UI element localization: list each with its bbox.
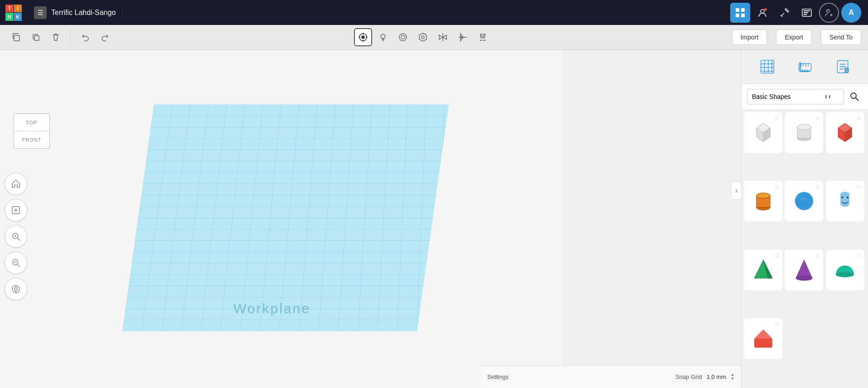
shape-box[interactable]: ☆ (744, 112, 782, 153)
svg-point-40 (15, 288, 17, 290)
flip-tool[interactable] (454, 28, 472, 46)
svg-point-4 (761, 10, 764, 13)
duplicate-button[interactable] (27, 28, 45, 46)
svg-point-105 (851, 93, 856, 98)
svg-line-38 (18, 265, 20, 267)
shape-character[interactable]: ☆ (826, 181, 864, 221)
shapes-grid: ☆ ☆ ☆ ☆ (742, 110, 868, 388)
svg-line-106 (856, 98, 858, 101)
snap-grid-bar: Settings Snap Grid 1.0 mm ▲ ▼ (480, 365, 741, 388)
settings-label: Settings (487, 373, 509, 380)
header-right: A (730, 3, 868, 23)
shape-box-red-star[interactable]: ☆ (856, 114, 862, 122)
svg-point-10 (827, 10, 829, 12)
import-button[interactable]: Import (732, 29, 767, 45)
ruler-panel-button[interactable] (794, 55, 816, 78)
svg-point-21 (399, 34, 407, 41)
svg-point-118 (756, 193, 770, 198)
zoom-fit-button[interactable] (5, 199, 27, 221)
view-mode-button[interactable] (5, 278, 27, 300)
add-user-button[interactable] (819, 3, 839, 23)
hex-tool[interactable] (414, 28, 432, 46)
shape-cylinder-white-star[interactable]: ☆ (815, 114, 821, 122)
svg-point-5 (764, 8, 767, 11)
grid-view-button[interactable] (730, 3, 750, 23)
right-panel: Basic Shapes ⬆⬇ ☆ ☆ (741, 50, 868, 388)
project-title-area: ☰ Terrific Lahdi-Sango (27, 6, 123, 19)
send-to-button[interactable]: Send To (821, 29, 861, 45)
shape-category-dropdown[interactable]: Basic Shapes (747, 89, 844, 104)
svg-rect-1 (741, 8, 745, 12)
search-shapes-button[interactable] (846, 88, 863, 105)
snap-grid-stepper[interactable]: ▲ ▼ (731, 373, 734, 381)
shape-cone-purple-star[interactable]: ☆ (815, 252, 821, 259)
svg-rect-0 (736, 8, 739, 12)
svg-point-119 (795, 192, 813, 210)
toolbar-center-icons (354, 28, 492, 46)
tools-button[interactable] (775, 3, 795, 23)
shape-sphere[interactable]: ☆ (785, 181, 823, 221)
shape-character-star[interactable]: ☆ (856, 183, 862, 190)
shape-selector: Basic Shapes ⬆⬇ (742, 84, 868, 110)
svg-rect-2 (736, 14, 739, 17)
svg-point-112 (797, 124, 811, 130)
logo-k: K (14, 13, 22, 21)
svg-point-22 (401, 35, 405, 39)
canvas-area[interactable]: TOP FRONT (0, 50, 562, 388)
svg-point-15 (362, 36, 364, 39)
shape-halfsphere-teal-star[interactable]: ☆ (856, 252, 862, 259)
grid-panel-button[interactable] (756, 55, 779, 78)
svg-rect-8 (804, 12, 808, 13)
cube-top-face[interactable]: TOP (14, 113, 50, 132)
svg-rect-3 (741, 14, 745, 17)
undo-button[interactable] (76, 28, 94, 46)
shape-pyramid-green-star[interactable]: ☆ (774, 252, 780, 259)
view-cube[interactable]: TOP FRONT (9, 113, 54, 159)
snap-decrease[interactable]: ▼ (731, 377, 734, 381)
cube-front-face[interactable]: FRONT (14, 131, 50, 149)
home-view-button[interactable] (5, 172, 27, 195)
copy-button[interactable] (7, 28, 25, 46)
snap-grid-value: 1.0 mm (707, 373, 726, 380)
zoom-in-button[interactable] (5, 225, 27, 248)
shape-cylinder-white[interactable]: ☆ (785, 112, 823, 153)
export-button[interactable]: Export (776, 29, 811, 45)
redo-button[interactable] (96, 28, 114, 46)
svg-point-20 (381, 34, 385, 39)
shape-cylinder-orange[interactable]: ☆ (744, 181, 782, 221)
shape-pyramid-green[interactable]: ☆ (744, 250, 782, 290)
project-title: Terrific Lahdi-Sango (51, 9, 116, 17)
bulb-tool[interactable] (374, 28, 392, 46)
logo-t: T (5, 5, 14, 13)
avatar-button[interactable]: A (841, 3, 861, 23)
shape-sphere-star[interactable]: ☆ (815, 183, 821, 190)
header: T I N K ☰ Terrific Lahdi-Sango (0, 0, 868, 25)
shape-box-star[interactable]: ☆ (774, 114, 780, 122)
shape-tool[interactable] (394, 28, 412, 46)
shape-extra1[interactable]: ☆ (744, 318, 782, 359)
workplane-svg: Workplane (122, 104, 449, 331)
shape-box-red[interactable]: ☆ (826, 112, 864, 153)
select-tool[interactable] (354, 28, 372, 46)
zoom-out-button[interactable] (5, 251, 27, 274)
svg-rect-13 (34, 36, 39, 40)
snap-grid-label: Snap Grid (675, 373, 702, 380)
shape-cone-purple[interactable]: ☆ (785, 250, 823, 290)
svg-point-121 (800, 197, 808, 200)
mirror-tool[interactable] (434, 28, 452, 46)
shape-extra1-star[interactable]: ☆ (774, 320, 780, 328)
panel-top-icons (742, 50, 868, 84)
svg-marker-23 (419, 33, 427, 41)
share-button[interactable] (797, 3, 817, 23)
shape-halfsphere-teal[interactable]: ☆ (826, 250, 864, 290)
delete-button[interactable] (47, 28, 65, 46)
notes-panel-button[interactable] (831, 55, 854, 78)
toolbar-right: Import Export Send To (732, 29, 861, 45)
snap-increase[interactable]: ▲ (731, 373, 734, 377)
magnet-tool[interactable] (474, 28, 492, 46)
collapse-panel-button[interactable]: › (731, 182, 741, 200)
shape-cylinder-orange-star[interactable]: ☆ (774, 183, 780, 190)
activity-button[interactable] (752, 3, 772, 23)
svg-rect-129 (754, 339, 772, 348)
svg-point-127 (796, 276, 812, 280)
